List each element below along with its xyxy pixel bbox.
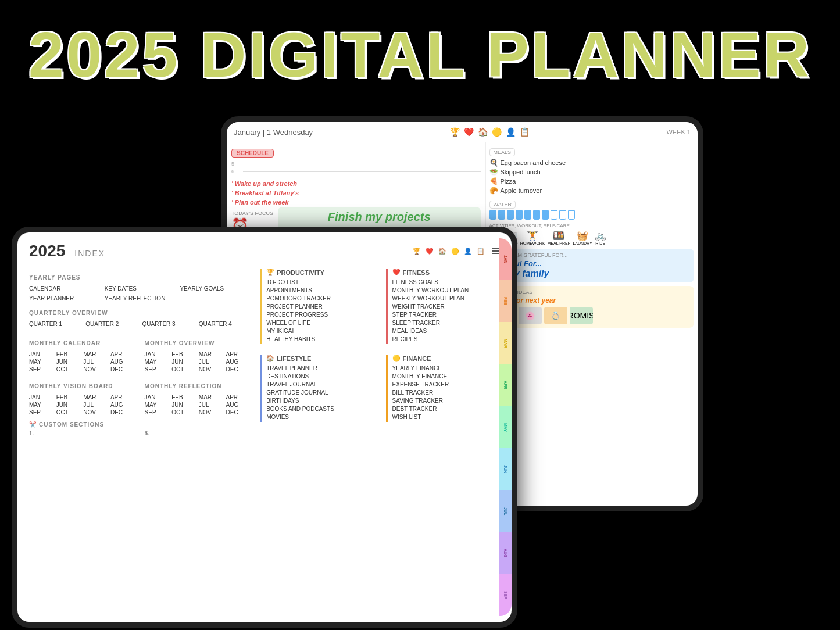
monthly-finance-link[interactable]: MONTHLY FINANCE xyxy=(392,373,500,380)
index-title-group: 2025 INDEX xyxy=(29,242,105,260)
mc-jan[interactable]: JAN xyxy=(29,351,54,357)
front-tab-apr[interactable]: APR xyxy=(499,364,512,406)
travel-journal-link[interactable]: TRAVEL JOURNAL xyxy=(266,381,374,388)
ref-oct[interactable]: OCT xyxy=(171,409,196,416)
ref-jun[interactable]: JUN xyxy=(171,402,196,408)
mo-nov[interactable]: NOV xyxy=(199,366,224,373)
vb-dec[interactable]: DEC xyxy=(110,409,135,416)
mc-may[interactable]: MAY xyxy=(29,359,54,365)
vb-jul[interactable]: JUL xyxy=(83,402,108,408)
mo-jan[interactable]: JAN xyxy=(145,351,170,357)
ref-feb[interactable]: FEB xyxy=(171,394,196,400)
front-tab-jul[interactable]: JUL xyxy=(499,490,512,532)
vb-oct[interactable]: OCT xyxy=(56,409,81,416)
monthly-workout-link[interactable]: MONTHLY WORKOUT PLAN xyxy=(392,287,500,293)
mo-mar[interactable]: MAR xyxy=(199,351,224,357)
mc-mar[interactable]: MAR xyxy=(83,351,108,357)
front-tab-may[interactable]: MAY xyxy=(499,406,512,448)
project-planner-link[interactable]: PROJECT PLANNER xyxy=(266,303,374,310)
mo-dec[interactable]: DEC xyxy=(226,366,251,373)
front-tab-mar[interactable]: MAR xyxy=(499,322,512,364)
quarter2-link[interactable]: QUARTER 2 xyxy=(85,321,137,327)
ref-nov[interactable]: NOV xyxy=(199,409,224,416)
vb-sep[interactable]: SEP xyxy=(29,409,54,416)
yearly-goals-link[interactable]: YEARLY GOALS xyxy=(180,285,251,292)
front-tab-jun[interactable]: JUN xyxy=(499,448,512,490)
expense-tracker-link[interactable]: EXPENSE TRACKER xyxy=(392,381,500,388)
vb-nov[interactable]: NOV xyxy=(83,409,108,416)
ref-mar[interactable]: MAR xyxy=(199,394,224,400)
year-planner-link[interactable]: YEAR PLANNER xyxy=(29,295,100,302)
vb-aug[interactable]: AUG xyxy=(110,402,135,408)
front-tab-aug[interactable]: AUG xyxy=(499,532,512,574)
ref-aug[interactable]: AUG xyxy=(226,402,251,408)
mc-jul[interactable]: JUL xyxy=(83,359,108,365)
weight-tracker-link[interactable]: WEIGHT TRACKER xyxy=(392,303,500,310)
ref-apr[interactable]: APR xyxy=(226,394,251,400)
quarter3-link[interactable]: QUARTER 3 xyxy=(142,321,194,327)
vb-jan[interactable]: JAN xyxy=(29,394,54,400)
mc-feb[interactable]: FEB xyxy=(56,351,81,357)
vb-apr[interactable]: APR xyxy=(110,394,135,400)
mo-jul[interactable]: JUL xyxy=(199,359,224,365)
bill-tracker-link[interactable]: BILL TRACKER xyxy=(392,389,500,396)
vb-mar[interactable]: MAR xyxy=(83,394,108,400)
finance-section: 🟡 FINANCE YEARLY FINANCE MONTHLY FINANCE… xyxy=(386,355,500,422)
vb-feb[interactable]: FEB xyxy=(56,394,81,400)
todo-link[interactable]: TO-DO LIST xyxy=(266,279,374,285)
fitness-goals-link[interactable]: FITNESS GOALS xyxy=(392,279,500,285)
recipes-link[interactable]: RECIPES xyxy=(392,336,500,342)
project-progress-link[interactable]: PROJECT PROGRESS xyxy=(266,312,374,318)
ikigai-link[interactable]: MY IKIGAI xyxy=(266,328,374,334)
productivity-section: 🏆 PRODUCTIVITY TO-DO LIST APPOINTMENTS P… xyxy=(260,269,374,344)
mo-feb[interactable]: FEB xyxy=(171,351,196,357)
ref-may[interactable]: MAY xyxy=(145,402,170,408)
front-tab-feb[interactable]: FEB xyxy=(499,280,512,322)
mc-jun[interactable]: JUN xyxy=(56,359,81,365)
destinations-link[interactable]: DESTINATIONS xyxy=(266,373,374,380)
ref-jan[interactable]: JAN xyxy=(145,394,170,400)
front-tab-sep[interactable]: SEP xyxy=(499,574,512,616)
mo-may[interactable]: MAY xyxy=(145,359,170,365)
mc-dec[interactable]: DEC xyxy=(110,366,135,373)
quarter4-link[interactable]: QUARTER 4 xyxy=(199,321,251,327)
books-podcasts-link[interactable]: BOOKS AND PODCASTS xyxy=(266,406,374,412)
appointments-link[interactable]: APPOINTMENTS xyxy=(266,287,374,293)
weekly-workout-link[interactable]: WEEKLY WORKOUT PLAN xyxy=(392,295,500,302)
gratitude-journal-link[interactable]: GRATITUDE JOURNAL xyxy=(266,389,374,396)
vb-may[interactable]: MAY xyxy=(29,402,54,408)
calendar-link[interactable]: CALENDAR xyxy=(29,285,100,292)
yearly-reflection-link[interactable]: YEARLY REFLECTION xyxy=(105,295,176,302)
birthdays-link[interactable]: BIRTHDAYS xyxy=(266,398,374,404)
wish-list-link[interactable]: WISH LIST xyxy=(392,414,500,420)
yearly-finance-link[interactable]: YEARLY FINANCE xyxy=(392,365,500,371)
mo-aug[interactable]: AUG xyxy=(226,359,251,365)
ref-jul[interactable]: JUL xyxy=(199,402,224,408)
key-dates-link[interactable]: KEY DATES xyxy=(105,285,176,292)
mc-apr[interactable]: APR xyxy=(110,351,135,357)
mo-jun[interactable]: JUN xyxy=(171,359,196,365)
front-tab-jan[interactable]: JAN xyxy=(499,238,512,280)
mc-aug[interactable]: AUG xyxy=(110,359,135,365)
vb-jun[interactable]: JUN xyxy=(56,402,81,408)
movies-link[interactable]: MOVIES xyxy=(266,414,374,420)
quarter1-link[interactable]: QUARTER 1 xyxy=(29,321,81,327)
healthy-habits-link[interactable]: HEALTHY HABITS xyxy=(266,336,374,342)
mo-apr[interactable]: APR xyxy=(226,351,251,357)
wheel-life-link[interactable]: WHEEL OF LIFE xyxy=(266,320,374,326)
step-tracker-link[interactable]: STEP TRACKER xyxy=(392,312,500,318)
mc-sep[interactable]: SEP xyxy=(29,366,54,373)
pomodoro-link[interactable]: POMODORO TRACKER xyxy=(266,295,374,302)
monthly-overview-col: MONTHLY OVERVIEW JAN FEB MAR APR MAY JUN… xyxy=(145,334,251,373)
mc-nov[interactable]: NOV xyxy=(83,366,108,373)
mc-oct[interactable]: OCT xyxy=(56,366,81,373)
debt-tracker-link[interactable]: DEBT TRACKER xyxy=(392,406,500,412)
saving-tracker-link[interactable]: SAVING TRACKER xyxy=(392,398,500,404)
meal-ideas-link[interactable]: MEAL IDEAS xyxy=(392,328,500,334)
ref-dec[interactable]: DEC xyxy=(226,409,251,416)
mo-oct[interactable]: OCT xyxy=(171,366,196,373)
ref-sep[interactable]: SEP xyxy=(145,409,170,416)
mo-sep[interactable]: SEP xyxy=(145,366,170,373)
travel-planner-link[interactable]: TRAVEL PLANNER xyxy=(266,365,374,371)
sleep-tracker-link[interactable]: SLEEP TRACKER xyxy=(392,320,500,326)
